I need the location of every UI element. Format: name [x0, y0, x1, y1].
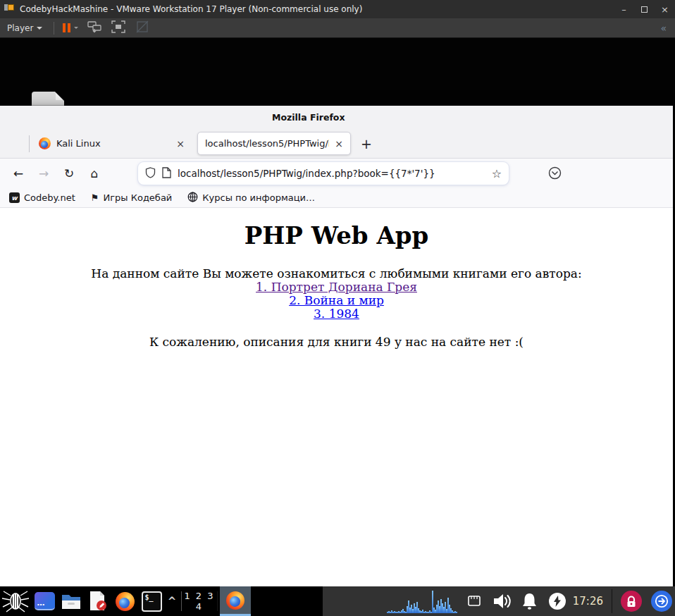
- flag-icon: ⚑: [91, 192, 99, 203]
- panel-divider: [181, 591, 182, 611]
- page-info-icon[interactable]: [162, 167, 171, 180]
- volume-icon: [493, 592, 512, 610]
- close-tab-icon[interactable]: ×: [335, 138, 343, 149]
- system-monitor-graph[interactable]: [387, 589, 460, 613]
- suspend-vm-button[interactable]: [58, 23, 82, 32]
- terminal-icon: $_: [142, 591, 162, 612]
- codeby-icon: w: [9, 192, 20, 203]
- logout-button[interactable]: [651, 591, 672, 612]
- panel-divider: [217, 591, 218, 611]
- panel-divider: [612, 589, 612, 613]
- vmware-window-title: CodebyHackMashine - VMware Workstation 1…: [20, 4, 362, 14]
- toolbar-divider: [54, 22, 54, 35]
- kali-menu-button[interactable]: [0, 586, 31, 616]
- vmware-titlebar: CodebyHackMashine - VMware Workstation 1…: [0, 0, 675, 18]
- navigation-toolbar: ← → ↻ ⌂ localhost/lesson5/PHPTwig/index.…: [0, 159, 673, 188]
- firefox-window: Mozilla Firefox Kali Linux × localhost/l…: [0, 106, 673, 586]
- bookmark-courses[interactable]: Курсы по информаци…: [187, 192, 315, 204]
- shield-icon[interactable]: [145, 167, 156, 180]
- firefox-icon: [116, 592, 135, 611]
- bookmark-label: Codeby.net: [24, 192, 75, 203]
- file-manager-icon: [61, 592, 82, 610]
- tab-label: localhost/lesson5/PHPTwig/i: [205, 138, 329, 149]
- player-menu-label: Player: [7, 23, 33, 33]
- pause-icon: [63, 23, 70, 32]
- reload-button[interactable]: ↻: [56, 166, 82, 180]
- network-icon: [467, 595, 481, 608]
- vmware-logo-icon: [4, 4, 15, 15]
- network-tray-button[interactable]: [467, 595, 481, 608]
- terminal-launcher-button[interactable]: $_: [138, 586, 165, 616]
- vmware-window-controls: – ×: [614, 0, 675, 18]
- url-bar[interactable]: localhost/lesson5/PHPTwig/index.php?book…: [138, 162, 509, 185]
- forward-button: →: [31, 166, 56, 180]
- bookmark-label: Курсы по информаци…: [202, 192, 315, 203]
- chevron-down-icon: [37, 27, 42, 30]
- vmware-toolbar: Player «: [0, 18, 675, 38]
- maximize-button[interactable]: [634, 0, 655, 18]
- tab-bar: Kali Linux × localhost/lesson5/PHPTwig/i…: [0, 129, 673, 159]
- close-button[interactable]: ×: [655, 0, 675, 18]
- file-manager-button[interactable]: [58, 586, 85, 616]
- lock-icon: [626, 596, 637, 608]
- page-intro-text: На данном сайте Вы можете ознакомиться с…: [0, 266, 673, 281]
- power-manager-button[interactable]: [549, 593, 566, 610]
- notifications-tray-button[interactable]: [521, 592, 538, 610]
- page-error-message: К сожалению, описания для книги 49 у нас…: [0, 335, 673, 349]
- book-link-1[interactable]: 1. Портрет Дориана Грея: [0, 281, 673, 294]
- show-desktop-button[interactable]: …: [31, 586, 58, 616]
- unity-mode-button: [135, 20, 149, 35]
- maximize-icon: [641, 6, 648, 13]
- notifications-bell-icon: [521, 592, 538, 610]
- fullscreen-button[interactable]: [111, 20, 125, 35]
- lock-screen-button[interactable]: [621, 591, 642, 612]
- tab-label: Kali Linux: [56, 138, 171, 149]
- book-link-3[interactable]: 3. 1984: [0, 307, 673, 321]
- xfce-panel: … $_ ^ 1 2 3 4: [0, 586, 675, 616]
- bookmarks-toolbar: w Codeby.net ⚑ Игры Кодебай Курсы по инф…: [0, 188, 673, 208]
- book-links: 1. Портрет Дориана Грея 2. Война и мир 3…: [0, 281, 673, 321]
- minimize-button[interactable]: –: [614, 0, 634, 18]
- vm-screen: CodebyHackMashine - VMware Workstation 1…: [0, 0, 675, 616]
- new-tab-button[interactable]: +: [361, 136, 372, 152]
- url-text[interactable]: localhost/lesson5/PHPTwig/index.php?book…: [178, 168, 485, 179]
- text-editor-button[interactable]: [85, 586, 111, 616]
- page-title: PHP Web App: [0, 221, 673, 250]
- player-menu-button[interactable]: Player: [0, 18, 49, 37]
- tab-kali-linux[interactable]: Kali Linux ×: [32, 129, 192, 159]
- firefox-icon: [226, 591, 244, 610]
- close-tab-icon[interactable]: ×: [176, 138, 185, 149]
- desktop-app-icon: …: [35, 592, 55, 610]
- book-link-2[interactable]: 2. Война и мир: [0, 294, 673, 307]
- pocket-icon[interactable]: [548, 166, 562, 183]
- collapse-toolbar-button[interactable]: «: [660, 23, 665, 34]
- logout-arrow-icon: [654, 593, 669, 609]
- bookmark-games[interactable]: ⚑ Игры Кодебай: [91, 192, 172, 203]
- taskbar-window-firefox[interactable]: [220, 586, 251, 616]
- back-button[interactable]: ←: [6, 166, 31, 180]
- kali-menu-icon: [1, 590, 30, 612]
- home-button[interactable]: ⌂: [82, 166, 107, 180]
- bookmark-label: Игры Кодебай: [104, 192, 173, 203]
- bookmark-codeby[interactable]: w Codeby.net: [9, 192, 75, 203]
- volume-tray-button[interactable]: [493, 592, 512, 610]
- firefox-launcher-button[interactable]: [111, 586, 138, 616]
- workspace-switcher[interactable]: 1 2 3 4: [184, 591, 215, 612]
- firefox-titlebar[interactable]: Mozilla Firefox: [0, 106, 673, 129]
- tab-localhost-active[interactable]: localhost/lesson5/PHPTwig/i ×: [197, 132, 351, 155]
- text-editor-icon: [88, 591, 108, 612]
- send-ctrl-alt-del-button[interactable]: [87, 20, 101, 35]
- dots-glyph: …: [37, 598, 45, 608]
- tab-divider: [29, 135, 30, 152]
- globe-icon: [187, 192, 198, 204]
- kali-desktop: </> test.xml Mozilla Firefox Kali Linux …: [0, 38, 675, 586]
- chevron-up-icon[interactable]: ^: [165, 595, 179, 608]
- bookmark-star-icon[interactable]: ☆: [492, 167, 502, 180]
- clock[interactable]: 17:26: [573, 595, 603, 608]
- web-page-content: PHP Web App На данном сайте Вы можете оз…: [0, 209, 673, 586]
- firefox-window-title: Mozilla Firefox: [272, 112, 345, 123]
- firefox-favicon: [39, 137, 51, 149]
- power-bolt-icon: [553, 596, 562, 607]
- chevron-down-icon: [74, 27, 78, 29]
